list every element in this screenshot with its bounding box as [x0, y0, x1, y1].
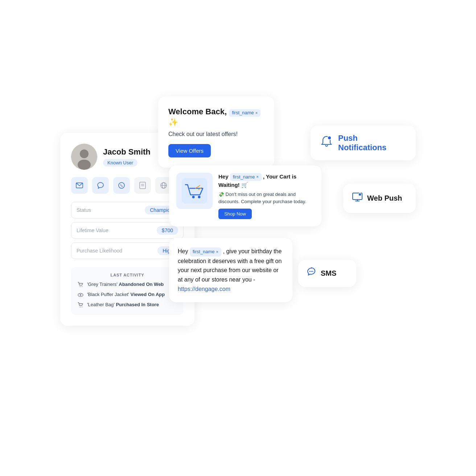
activity-text-3: 'Leather Bag' Purchased In Store: [87, 302, 159, 307]
monitor-icon: [352, 192, 363, 205]
cart-icon-2: [78, 302, 83, 309]
cart-notification-card: Hey first_name × , Your Cart is Waiting!…: [169, 165, 321, 226]
svg-point-20: [198, 196, 201, 198]
svg-rect-5: [140, 182, 145, 189]
svg-point-19: [192, 196, 195, 198]
first-name-token[interactable]: first_name ×: [229, 109, 260, 117]
svg-point-25: [309, 271, 311, 272]
cart-description: 💸 Don't miss out on great deals and disc…: [218, 191, 314, 205]
activity-item-3: 'Leather Bag' Purchased In Store: [78, 302, 177, 309]
activity-item-1: 'Grey Trainers' Abandoned On Web: [78, 282, 177, 289]
view-offers-button[interactable]: View Offers: [168, 144, 211, 157]
purchase-likelihood-field: Purchase Likelihood High: [71, 242, 184, 259]
cart-hey: Hey: [218, 173, 230, 180]
cart-token-text: first_name: [233, 174, 255, 180]
lifetime-value-value: $700: [157, 226, 178, 235]
sms-message-card: Hey first_name × , give your birthday th…: [169, 238, 292, 302]
cart-token-close-icon[interactable]: ×: [256, 174, 258, 180]
sms-hey: Hey: [178, 248, 190, 254]
svg-point-27: [312, 271, 313, 272]
bell-icon: [320, 135, 333, 151]
cart-icon-1: [78, 282, 83, 289]
eye-icon: [78, 292, 83, 299]
svg-point-12: [82, 286, 82, 287]
sms-token-text: first_name: [193, 248, 215, 256]
whatsapp-channel-btn[interactable]: [113, 177, 130, 194]
svg-point-16: [82, 307, 82, 307]
sms-text: Hey first_name × , give your birthday th…: [178, 247, 284, 294]
cart-image: [176, 173, 213, 209]
welcome-title: Welcome Back, first_name × ✨: [168, 107, 264, 127]
activity-text-1: 'Grey Trainers' Abandoned On Web: [87, 282, 164, 287]
activity-item-2: 'Black Puffer Jacket' Viewed On App: [78, 292, 177, 299]
chat-channel-btn[interactable]: [92, 177, 109, 194]
push-notifications-card: Push Notifications: [311, 126, 416, 160]
cart-content: Hey first_name × , Your Cart is Waiting!…: [218, 173, 314, 219]
welcome-subtitle: Check out our latest offers!: [168, 131, 264, 138]
svg-rect-18: [182, 178, 207, 204]
last-activity-section: LAST ACTIVITY 'Grey Trainers' Abandoned …: [71, 267, 184, 315]
sms-first-name-token[interactable]: first_name ×: [190, 247, 221, 257]
svg-point-24: [358, 193, 361, 196]
token-close-icon[interactable]: ×: [255, 110, 258, 115]
welcome-card: Welcome Back, first_name × ✨ Check out o…: [158, 97, 274, 168]
cart-first-name-token[interactable]: first_name ×: [230, 173, 262, 181]
svg-point-11: [80, 286, 81, 287]
sms-token-close-icon[interactable]: ×: [216, 249, 218, 255]
shop-now-button[interactable]: Shop Now: [218, 209, 252, 219]
sms-section: Hey first_name × , give your birthday th…: [169, 238, 356, 302]
status-field: Status Champion: [71, 202, 184, 218]
token-text: first_name: [232, 110, 254, 116]
push-notifications-label: Push Notifications: [338, 134, 406, 152]
web-push-card: Web Push: [343, 184, 416, 213]
sms-label-card: SMS: [298, 260, 356, 287]
sms-channel-btn[interactable]: [134, 177, 151, 194]
svg-point-4: [119, 182, 124, 188]
svg-point-15: [80, 307, 81, 307]
sms-chat-icon: [306, 267, 316, 280]
welcome-greeting: Welcome Back,: [168, 107, 227, 116]
profile-name: Jacob Smith: [103, 147, 151, 157]
svg-point-26: [311, 271, 312, 272]
web-push-label: Web Push: [367, 194, 402, 202]
status-label: Status: [77, 207, 91, 213]
lifetime-value-label: Lifetime Value: [77, 227, 108, 233]
last-activity-title: LAST ACTIVITY: [78, 273, 177, 277]
cart-title: Hey first_name × , Your Cart is Waiting!…: [218, 173, 314, 189]
profile-fields: Status Champion Lifetime Value $700 Purc…: [71, 202, 184, 259]
sms-link[interactable]: https://dengage.com: [178, 286, 230, 292]
svg-point-2: [78, 160, 91, 170]
svg-point-1: [80, 149, 89, 158]
activity-text-2: 'Black Puffer Jacket' Viewed On App: [87, 292, 165, 297]
known-user-badge: Known User: [103, 159, 138, 167]
lifetime-value-field: Lifetime Value $700: [71, 222, 184, 239]
sms-label: SMS: [321, 269, 336, 278]
email-channel-btn[interactable]: [71, 177, 88, 194]
avatar: [71, 144, 97, 170]
svg-point-14: [80, 294, 81, 296]
sparkle-icon: ✨: [168, 118, 178, 127]
purchase-likelihood-label: Purchase Likelihood: [77, 248, 122, 254]
svg-point-17: [328, 136, 331, 140]
channel-icons: [71, 177, 184, 194]
